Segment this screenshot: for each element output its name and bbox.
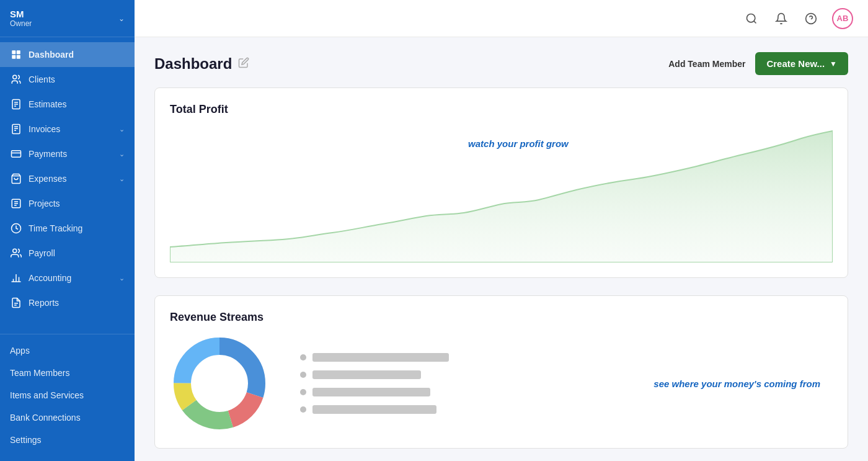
svg-rect-2	[12, 55, 16, 59]
revenue-content: see where your money's coming from	[170, 334, 833, 433]
revenue-streams-card: Revenue Streams	[154, 295, 848, 449]
sidebar-item-label: Reports	[29, 298, 59, 308]
chevron-down-icon: ⌄	[119, 175, 125, 183]
sidebar-item-label: Accounting	[29, 273, 71, 283]
sidebar-item-bank-connections[interactable]: Bank Connections	[0, 406, 135, 429]
svg-point-21	[13, 249, 17, 253]
sidebar-footer: Apps Team Members Items and Services Ban…	[0, 334, 135, 461]
users-icon	[10, 73, 22, 86]
total-profit-title: Total Profit	[170, 103, 833, 116]
header-actions: Add Team Member Create New... ▼	[668, 52, 848, 75]
revenue-tagline: see where your money's coming from	[653, 378, 833, 389]
main-content: AB Dashboard Add Team Member Create New.…	[135, 0, 868, 461]
page-title-area: Dashboard	[154, 55, 249, 73]
sidebar-item-label: Time Tracking	[29, 223, 82, 233]
bar-chart-icon	[10, 272, 22, 284]
total-profit-card: Total Profit watch your profit grow	[154, 87, 848, 278]
svg-rect-3	[17, 55, 20, 59]
document-icon	[10, 297, 22, 309]
sidebar-item-reports[interactable]: Reports	[0, 290, 135, 315]
sidebar-item-label: Expenses	[29, 174, 66, 184]
add-team-member-button[interactable]: Add Team Member	[668, 59, 745, 69]
legend-bar	[312, 405, 436, 414]
sidebar-item-label: Payments	[29, 149, 67, 159]
sidebar-header[interactable]: SM Owner ⌄	[0, 0, 135, 37]
sidebar-item-label: Estimates	[29, 99, 66, 109]
legend-bar	[312, 353, 449, 362]
credit-card-icon	[10, 148, 22, 160]
sidebar-item-payroll[interactable]: Payroll	[0, 241, 135, 266]
sidebar-item-expenses[interactable]: Expenses ⌄	[0, 166, 135, 191]
avatar[interactable]: AB	[832, 8, 853, 29]
legend-bar	[312, 370, 421, 379]
sidebar-item-time-tracking[interactable]: Time Tracking	[0, 216, 135, 241]
topbar: AB	[135, 0, 868, 37]
svg-rect-0	[12, 50, 16, 54]
revenue-legend	[294, 353, 629, 414]
bell-icon[interactable]	[773, 10, 790, 27]
shopping-bag-icon	[10, 172, 22, 185]
sidebar-item-dashboard[interactable]: Dashboard	[0, 42, 135, 67]
svg-point-4	[13, 75, 17, 79]
svg-rect-13	[12, 151, 21, 158]
sidebar-nav: Dashboard Clients Estimates	[0, 37, 135, 334]
sidebar-item-clients[interactable]: Clients	[0, 67, 135, 92]
sidebar-item-label: Clients	[29, 74, 55, 84]
legend-bar	[312, 388, 430, 396]
legend-dot	[300, 372, 306, 378]
chevron-down-icon: ⌄	[119, 150, 125, 158]
sidebar-item-projects[interactable]: Projects	[0, 191, 135, 216]
sidebar-item-items-services[interactable]: Items and Services	[0, 384, 135, 406]
profit-area-chart	[170, 126, 833, 262]
legend-row	[300, 388, 629, 396]
edit-icon[interactable]	[238, 57, 249, 71]
legend-dot	[300, 389, 306, 395]
clipboard-icon	[10, 197, 22, 210]
sidebar-item-accounting[interactable]: Accounting ⌄	[0, 266, 135, 290]
legend-row	[300, 353, 629, 362]
donut-chart	[170, 334, 269, 433]
sidebar-item-label: Projects	[29, 199, 60, 208]
sidebar-item-invoices[interactable]: Invoices ⌄	[0, 117, 135, 141]
chevron-down-icon: ⌄	[119, 274, 125, 282]
receipt-icon	[10, 123, 22, 135]
search-icon[interactable]	[743, 10, 760, 27]
clock-icon	[10, 222, 22, 235]
file-icon	[10, 98, 22, 110]
profit-chart: watch your profit grow	[170, 126, 833, 262]
sidebar-user-chevron-icon: ⌄	[118, 14, 125, 23]
sidebar-user-info: SM Owner	[10, 9, 32, 28]
revenue-streams-title: Revenue Streams	[170, 311, 833, 324]
sidebar-item-settings[interactable]: Settings	[0, 429, 135, 451]
legend-dot	[300, 406, 306, 413]
sidebar-user-name: SM	[10, 9, 32, 19]
legend-dot	[300, 354, 306, 360]
help-icon[interactable]	[802, 10, 820, 27]
sidebar-item-label: Payroll	[29, 248, 55, 258]
chevron-down-icon: ⌄	[119, 125, 125, 133]
svg-rect-1	[17, 50, 20, 54]
sidebar-item-apps[interactable]: Apps	[0, 339, 135, 362]
create-new-chevron-icon: ▼	[830, 60, 837, 68]
page-content: Dashboard Add Team Member Create New... …	[135, 37, 868, 461]
page-title: Dashboard	[154, 55, 232, 73]
page-header: Dashboard Add Team Member Create New... …	[154, 52, 848, 75]
grid-icon	[10, 48, 22, 61]
sidebar: SM Owner ⌄ Dashboard Clients	[0, 0, 135, 461]
sidebar-item-label: Dashboard	[29, 50, 74, 60]
people-icon	[10, 247, 22, 259]
create-new-button[interactable]: Create New... ▼	[755, 52, 848, 75]
legend-row	[300, 405, 629, 414]
sidebar-item-estimates[interactable]: Estimates	[0, 92, 135, 117]
svg-line-29	[754, 20, 756, 23]
svg-point-28	[747, 14, 755, 22]
sidebar-item-team-members[interactable]: Team Members	[0, 362, 135, 384]
legend-row	[300, 370, 629, 379]
sidebar-item-label: Invoices	[29, 124, 60, 134]
sidebar-user-role: Owner	[10, 19, 32, 28]
sidebar-item-payments[interactable]: Payments ⌄	[0, 141, 135, 166]
create-new-label: Create New...	[766, 58, 825, 69]
